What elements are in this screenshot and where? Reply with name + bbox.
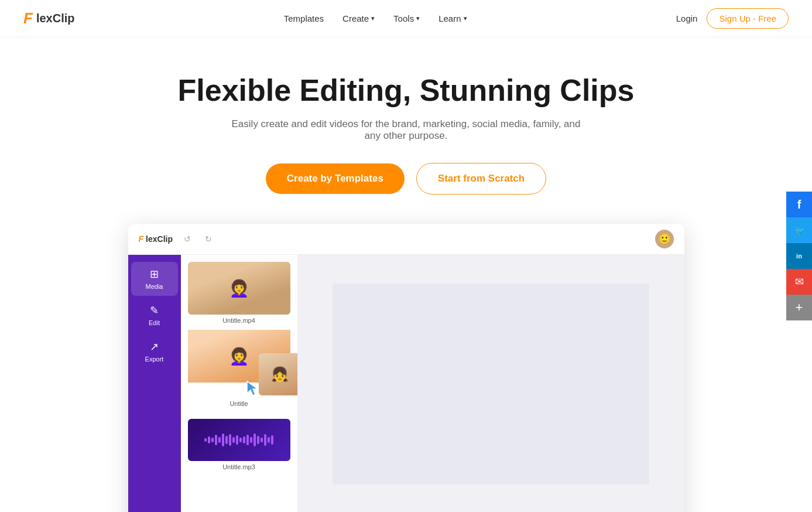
sidebar-item-media[interactable]: ⊞ Media [131,262,178,296]
media-thumbnail-2: 👩‍🦱 👧 [188,330,290,383]
chevron-down-icon: ▾ [416,15,420,22]
waveform-display [197,434,280,446]
chevron-down-icon: ▾ [371,15,375,22]
user-avatar[interactable]: 🙂 [655,230,674,248]
logo-text: lexClip [36,12,75,25]
sidebar-export-label: Export [145,356,164,363]
linkedin-share-button[interactable]: in [786,243,812,269]
svg-marker-0 [247,381,258,395]
editor-sidebar: ⊞ Media ✎ Edit ↗ Export [128,255,181,512]
login-button[interactable]: Login [676,13,698,23]
facebook-share-button[interactable]: f [786,192,812,217]
thumbnail-image-1: 👩‍🦱 [188,262,290,315]
nav-right: Login Sign Up - Free [676,8,789,29]
navbar: FlexClip Templates Create▾ Tools▾ Learn▾… [0,0,812,37]
nav-templates[interactable]: Templates [284,13,324,23]
nav-center: Templates Create▾ Tools▾ Learn▾ [284,13,467,23]
media-thumbnail-overlay: 👧 [259,353,298,395]
main-area: ⊲ Fade ⊕ ✂ ↩ 🗑 00:00:00 / 00:00:00 ⊕ ⊙ [298,255,684,512]
create-by-templates-button[interactable]: Create by Templates [266,163,405,194]
sidebar-media-label: Media [146,283,163,290]
logo-f-icon: F [23,9,33,28]
nav-tools[interactable]: Tools▾ [393,13,420,23]
export-icon: ↗ [150,340,159,353]
editor-topbar-left: FlexClip ↺ ↻ [139,233,215,245]
editor-body: ⊞ Media ✎ Edit ↗ Export 👩‍🦱 [128,255,684,512]
undo-button[interactable]: ↺ [181,233,194,245]
hero-subheadline: Easily create and edit videos for the br… [225,118,588,142]
twitter-share-button[interactable]: 🐦 [786,217,812,243]
edit-icon: ✎ [150,304,159,317]
audio-thumbnail [188,419,290,461]
twitter-icon: 🐦 [794,226,804,235]
cursor-arrow-icon [246,380,262,399]
media-label-3: Untitle.mp3 [188,463,290,470]
email-share-button[interactable]: ✉ [786,269,812,295]
editor-topbar: FlexClip ↺ ↻ 🙂 [128,224,684,255]
media-icon: ⊞ [150,268,159,281]
sidebar-edit-label: Edit [149,319,160,326]
logo[interactable]: FlexClip [23,9,74,28]
nav-create[interactable]: Create▾ [342,13,375,23]
media-label-2: Untitle [188,400,290,407]
hero-headline: Flexible Editing, Stunning Clips [12,73,800,108]
editor-logo: FlexClip [139,234,173,244]
sidebar-item-export[interactable]: ↗ Export [131,334,178,368]
canvas-area [298,255,684,512]
media-panel: 👩‍🦱 Untitle.mp4 👩‍🦱 👧 Un [181,255,298,512]
redo-button[interactable]: ↻ [202,233,215,245]
email-icon: ✉ [795,275,804,288]
media-item-audio[interactable]: Untitle.mp3 [188,419,290,470]
plus-icon: + [796,300,803,315]
media-label-1: Untitle.mp4 [188,317,290,324]
more-share-button[interactable]: + [786,295,812,320]
start-from-scratch-button[interactable]: Start from Scratch [416,163,546,194]
media-thumbnail-1: 👩‍🦱 [188,262,290,315]
facebook-icon: f [797,198,801,211]
nav-learn[interactable]: Learn▾ [438,13,467,23]
signup-button[interactable]: Sign Up - Free [707,8,789,29]
social-sidebar: f 🐦 in ✉ + [786,192,812,320]
hero-section: Flexible Editing, Stunning Clips Easily … [0,37,812,512]
sidebar-item-edit[interactable]: ✎ Edit [131,298,178,332]
media-item-video2[interactable]: 👩‍🦱 👧 Untitle [188,330,290,407]
media-item-video1[interactable]: 👩‍🦱 Untitle.mp4 [188,262,290,324]
canvas-inner [333,284,649,485]
hero-buttons: Create by Templates Start from Scratch [12,163,800,194]
linkedin-icon: in [796,252,802,260]
editor-mockup: FlexClip ↺ ↻ 🙂 ⊞ Media ✎ Edit ↗ [128,224,684,512]
chevron-down-icon: ▾ [464,15,467,22]
